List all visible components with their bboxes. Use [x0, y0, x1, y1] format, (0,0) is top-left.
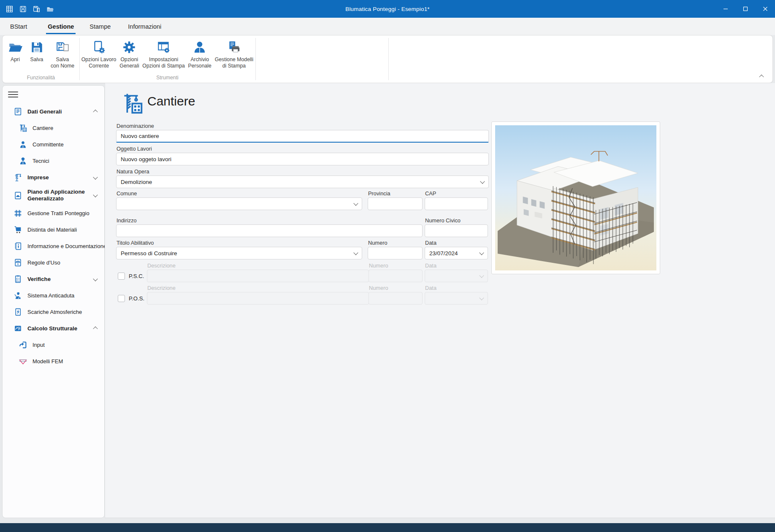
sidebar-item-committente[interactable]: Committente: [3, 136, 104, 153]
harness-worker-icon: [14, 291, 22, 300]
field-label: Comune: [117, 190, 137, 197]
main-content: Cantiere Denominazione Oggetto Lavori Na…: [105, 83, 775, 518]
checklist-icon: [14, 275, 22, 284]
close-button[interactable]: [755, 0, 775, 18]
sidebar-item-dati-generali[interactable]: Dati Generali: [3, 103, 104, 120]
tab-stampe[interactable]: Stampe: [89, 18, 111, 35]
window-title: Blumatica Ponteggi - Esempio1*: [0, 0, 775, 18]
structural-calc-icon: [14, 324, 22, 333]
tab-bstart[interactable]: BStart: [9, 18, 28, 35]
pos-checkbox[interactable]: [118, 295, 125, 302]
group-divider: [255, 38, 256, 80]
fem-model-icon: [19, 357, 27, 366]
maximize-button[interactable]: [735, 0, 755, 18]
ribbon-button-apri[interactable]: Apri: [6, 39, 24, 64]
chevron-down-icon: [480, 179, 485, 184]
tab-gestione[interactable]: Gestione: [47, 18, 75, 35]
oggetto-lavori-input[interactable]: [116, 153, 489, 165]
sidebar-item-gestione-tratti-ponteggio[interactable]: Gestione Tratti Ponteggio: [3, 205, 104, 221]
chevron-down-icon: [353, 201, 358, 205]
field-label: Data: [425, 285, 436, 291]
natura-opera-select[interactable]: Demolizione: [116, 176, 489, 188]
info-book-icon: [14, 242, 22, 251]
sidebar-item-input[interactable]: Input: [3, 337, 104, 353]
ribbon-button-impostazioni-opzioni-di-stampa[interactable]: Impostazioni Opzioni di Stampa: [141, 39, 186, 70]
scales-document-icon: [14, 258, 22, 267]
psc-data-select[interactable]: [425, 270, 488, 282]
provincia-input[interactable]: [368, 197, 423, 210]
sidebar-nav: Dati Generali Cantiere Committente Tecni…: [3, 103, 104, 370]
lightning-document-icon: [14, 308, 22, 316]
tab-informazioni[interactable]: Informazioni: [127, 18, 162, 35]
field-label: Numero Civico: [425, 217, 461, 224]
sidebar-item-tecnici[interactable]: Tecnici: [3, 153, 104, 169]
chevron-down-icon: [479, 250, 484, 255]
sidebar-item-calcolo-strutturale[interactable]: Calcolo Strutturale: [3, 320, 104, 337]
ribbon-group-label: Funzionalità: [3, 73, 79, 83]
field-label: Titolo Abilitativo: [117, 240, 154, 246]
pos-numero-input[interactable]: [369, 292, 423, 305]
titolo-data-select[interactable]: 23/07/2024: [425, 247, 488, 259]
psc-numero-field: Numero: [369, 270, 423, 282]
oggetto-lavori-field: Oggetto Lavori: [116, 153, 489, 165]
indirizzo-input[interactable]: [116, 224, 423, 237]
psc-data-field: Data: [425, 270, 488, 282]
open-folder-icon: [8, 40, 23, 55]
ribbon-group: Apri Salva Salva con Nome Funzionalità: [3, 35, 79, 83]
pos-data-field: Data: [425, 292, 488, 305]
sidebar-item-distinta-dei-materiali[interactable]: Distinta dei Materiali: [3, 221, 104, 238]
sidebar-item-sistema-anticaduta[interactable]: Sistema Anticaduta: [3, 287, 104, 304]
sidebar-item-imprese[interactable]: Imprese: [3, 169, 104, 186]
save-as-icon: [55, 40, 70, 55]
technician-icon: [19, 157, 27, 165]
numero-civico-field: Numero Civico: [425, 224, 488, 237]
ribbon-button-opzioni-generali[interactable]: Opzioni Generali: [118, 39, 140, 70]
pos-numero-field: Numero: [369, 292, 423, 305]
field-label: Provincia: [368, 190, 390, 197]
collapse-ribbon-button[interactable]: [757, 73, 766, 80]
crane-icon: [14, 173, 22, 182]
ribbon-button-gestione-modelli-di-stampa[interactable]: Gestione Modelli di Stampa: [214, 39, 255, 70]
crane-building-icon: [121, 92, 144, 116]
minimize-button[interactable]: [715, 0, 735, 18]
chevron-down-icon: [353, 250, 358, 255]
cap-input[interactable]: [425, 197, 488, 210]
sidebar-item-piano-di-applicazione-generalizzato[interactable]: Piano di Applicazione Generalizzato: [3, 186, 104, 205]
field-label: Indirizzo: [117, 217, 137, 224]
ribbon-button-archivio-personale[interactable]: Archivio Personale: [187, 39, 213, 70]
menu-toggle-button[interactable]: [8, 90, 18, 99]
sidebar-item-verifiche[interactable]: Verifiche: [3, 271, 104, 287]
ribbon-button-opzioni-lavoro-corrente[interactable]: Opzioni Lavoro Corrente: [80, 39, 118, 70]
ribbon-button-salva[interactable]: Salva: [28, 39, 46, 64]
field-label: Natura Opera: [117, 168, 149, 175]
bottom-bar: [0, 523, 775, 532]
field-label: CAP: [425, 190, 436, 197]
psc-descrizione-field: Descrizione: [147, 270, 369, 282]
sidebar-item-cantiere[interactable]: Cantiere: [3, 120, 104, 136]
pos-descrizione-field: Descrizione: [147, 292, 369, 305]
denominazione-input[interactable]: [116, 130, 489, 143]
field-label: Numero: [369, 285, 388, 291]
psc-checkbox[interactable]: [118, 273, 125, 280]
input-arrow-icon: [19, 340, 27, 349]
psc-label: P.S.C.: [129, 273, 144, 279]
sidebar-item-modelli-fem[interactable]: Modelli FEM: [3, 353, 104, 370]
comune-field: Comune: [116, 197, 362, 210]
group-divider: [388, 38, 389, 80]
pos-descrizione-input[interactable]: [147, 292, 369, 305]
comune-select[interactable]: [116, 197, 362, 210]
ribbon-button-salva-con-nome[interactable]: Salva con Nome: [49, 39, 76, 70]
titolo-numero-input[interactable]: [368, 247, 423, 259]
scaffold-grid-icon: [14, 209, 22, 218]
titolo-abilitativo-select[interactable]: Permesso di Costruire: [116, 247, 362, 259]
doc-gear-icon: [91, 40, 106, 55]
pos-label: P.O.S.: [129, 295, 144, 302]
psc-numero-input[interactable]: [369, 270, 423, 282]
pos-data-select[interactable]: [425, 292, 488, 305]
sidebar-item-scariche-atmosferiche[interactable]: Scariche Atmosferiche: [3, 304, 104, 320]
sidebar-item-regole-duso[interactable]: Regole d'Uso: [3, 254, 104, 271]
titolo-abilitativo-field: Titolo Abilitativo Permesso di Costruire: [116, 247, 362, 259]
sidebar-item-informazione-e-documentazione[interactable]: Informazione e Documentazione: [3, 238, 104, 254]
numero-civico-input[interactable]: [425, 224, 488, 237]
psc-descrizione-input[interactable]: [147, 270, 369, 282]
